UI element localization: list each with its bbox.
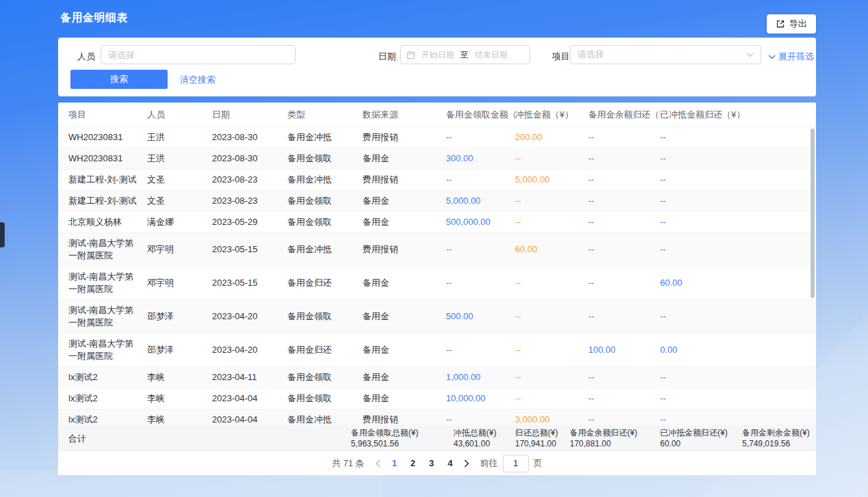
table-cell: lx测试2 xyxy=(68,414,147,425)
end-date-input[interactable] xyxy=(471,50,511,59)
clear-search-link[interactable]: 清空搜索 xyxy=(180,74,215,86)
total-item: 备用金余额归还(¥)170,881.00 xyxy=(570,427,637,449)
table-cell: 10,000.00 xyxy=(446,392,515,405)
table-cell: 备用金 xyxy=(363,371,446,384)
date-filter-label: 日期 xyxy=(378,51,396,63)
table-cell: 60.00 xyxy=(660,277,806,289)
table-cell: 5,000.00 xyxy=(515,174,588,186)
table-cell: 备用金 xyxy=(363,392,446,405)
page-button[interactable]: 1 xyxy=(392,458,397,468)
expand-filters-label: 展开筛选 xyxy=(778,51,814,63)
table-row: 新建工程-刘-测试文圣2023-08-23备用金冲抵费用报销--5,000.00… xyxy=(58,170,816,191)
page-header: 备用金明细表 导出 xyxy=(58,0,816,38)
table-cell: 备用金 xyxy=(363,277,446,289)
vertical-scrollbar-thumb[interactable] xyxy=(811,129,815,298)
table-cell: lx测试2 xyxy=(68,392,147,405)
table-cell: -- xyxy=(588,392,660,405)
previous-page-button[interactable] xyxy=(376,459,381,468)
table-cell: -- xyxy=(588,131,660,144)
table-cell: 备用金 xyxy=(363,216,446,228)
table-cell: 300.00 xyxy=(446,152,515,165)
page-number-list: 1234 xyxy=(392,458,453,468)
filter-panel: 人员 日期 至 项目 请选择 xyxy=(58,38,816,96)
total-item: 备用金剩余金额(¥)5,749,019.56 xyxy=(742,427,810,449)
table-row: lx测试2李峡2023-04-11备用金领取备用金1,000.00------ xyxy=(58,367,816,388)
search-button[interactable]: 搜索 xyxy=(70,70,168,89)
table-cell: 测试-南昌大学第一附属医院 xyxy=(68,338,147,362)
table-cell: 2023-08-23 xyxy=(212,195,287,207)
goto-page-input[interactable] xyxy=(503,455,529,472)
data-table: 项目人员日期类型数据来源备用金领取金额（¥）冲抵金额（¥）备用金余额归还（¥）已… xyxy=(58,103,816,475)
table-cell: 测试-南昌大学第一附属医院 xyxy=(68,271,147,295)
table-cell: 费用报销 xyxy=(363,414,446,425)
export-button[interactable]: 导出 xyxy=(767,14,816,33)
table-cell: -- xyxy=(660,131,806,144)
table-header: 项目人员日期类型数据来源备用金领取金额（¥）冲抵金额（¥）备用金余额归还（¥）已… xyxy=(58,103,816,127)
table-cell: WH20230831 xyxy=(68,131,147,144)
table-cell: -- xyxy=(446,131,515,144)
table-cell: 备用金 xyxy=(363,195,446,207)
table-cell: -- xyxy=(660,195,806,207)
table-cell: -- xyxy=(588,277,660,289)
chevron-down-icon xyxy=(746,53,754,57)
table-cell: 备用金领取 xyxy=(287,152,363,165)
table-cell: -- xyxy=(446,344,515,356)
date-range-picker[interactable]: 至 xyxy=(400,45,530,64)
table-cell: -- xyxy=(515,195,588,207)
table-row: 测试-南昌大学第一附属医院邵梦泽2023-04-20备用金领取备用金500.00… xyxy=(58,300,816,334)
table-cell: 测试-南昌大学第一附属医院 xyxy=(68,237,147,262)
table-cell: 备用金领取 xyxy=(287,195,363,207)
table-cell: -- xyxy=(446,243,515,256)
table-cell: 备用金冲抵 xyxy=(287,243,363,256)
table-cell: 新建工程-刘-测试 xyxy=(68,195,147,207)
table-row: 北京顺义杨林满金娜2023-05-29备用金领取备用金500,000.00---… xyxy=(58,212,816,233)
table-cell: 备用金归还 xyxy=(287,277,363,289)
table-cell: 2023-04-20 xyxy=(212,344,287,356)
table-cell: 文圣 xyxy=(147,195,212,207)
person-filter-label: 人员 xyxy=(77,51,95,63)
table-cell: 0.00 xyxy=(660,344,806,356)
table-cell: -- xyxy=(588,243,660,256)
table-cell: 60.00 xyxy=(515,243,588,256)
side-drawer-handle[interactable] xyxy=(0,222,5,247)
expand-filters-link[interactable]: 展开筛选 xyxy=(768,51,814,63)
table-cell: 邓宇明 xyxy=(147,243,212,256)
start-date-input[interactable] xyxy=(418,50,458,59)
table-cell: -- xyxy=(446,174,515,186)
table-cell: 200.00 xyxy=(515,131,588,144)
column-header: 冲抵金额（¥） xyxy=(515,109,588,121)
table-row: lx测试2李峡2023-04-04备用金冲抵费用报销--3,000.00---- xyxy=(58,409,816,425)
table-cell: 2023-05-15 xyxy=(212,277,287,289)
table-cell: 李峡 xyxy=(147,371,212,384)
table-cell: 2023-08-30 xyxy=(212,152,287,165)
table-cell: 2023-04-20 xyxy=(212,310,287,323)
page-button[interactable]: 2 xyxy=(410,458,415,468)
table-cell: 5,000.00 xyxy=(446,195,515,207)
table-cell: 3,000.00 xyxy=(515,414,588,425)
table-cell: WH20230831 xyxy=(68,152,147,165)
next-page-button[interactable] xyxy=(464,459,469,468)
total-count-text: 共 71 条 xyxy=(332,457,365,470)
table-cell: 备用金冲抵 xyxy=(287,174,363,186)
table-cell: -- xyxy=(660,243,806,256)
table-cell: 备用金冲抵 xyxy=(287,131,363,144)
table-cell: 文圣 xyxy=(147,174,212,186)
table-cell: -- xyxy=(588,216,660,228)
page-button[interactable]: 4 xyxy=(448,458,453,468)
table-cell: 2023-04-04 xyxy=(212,392,287,405)
table-cell: 备用金领取 xyxy=(287,392,363,405)
table-cell: 李峡 xyxy=(147,414,212,425)
total-item: 冲抵总额(¥)43,601.00 xyxy=(453,427,497,449)
person-select-input[interactable] xyxy=(101,45,295,64)
page-button[interactable]: 3 xyxy=(429,458,434,468)
project-select[interactable]: 请选择 xyxy=(570,45,761,64)
table-cell: -- xyxy=(515,392,588,405)
table-cell: 测试-南昌大学第一附属医院 xyxy=(68,304,147,329)
project-select-placeholder: 请选择 xyxy=(577,49,604,61)
table-cell: 备用金冲抵 xyxy=(287,414,363,425)
calendar-icon xyxy=(406,51,415,59)
table-cell: 2023-05-15 xyxy=(212,243,287,256)
column-header: 数据来源 xyxy=(363,109,446,121)
column-header: 类型 xyxy=(287,109,363,121)
totals-row: 合计 备用金领取总额(¥)5,963,501.56冲抵总额(¥)43,601.0… xyxy=(58,425,816,451)
